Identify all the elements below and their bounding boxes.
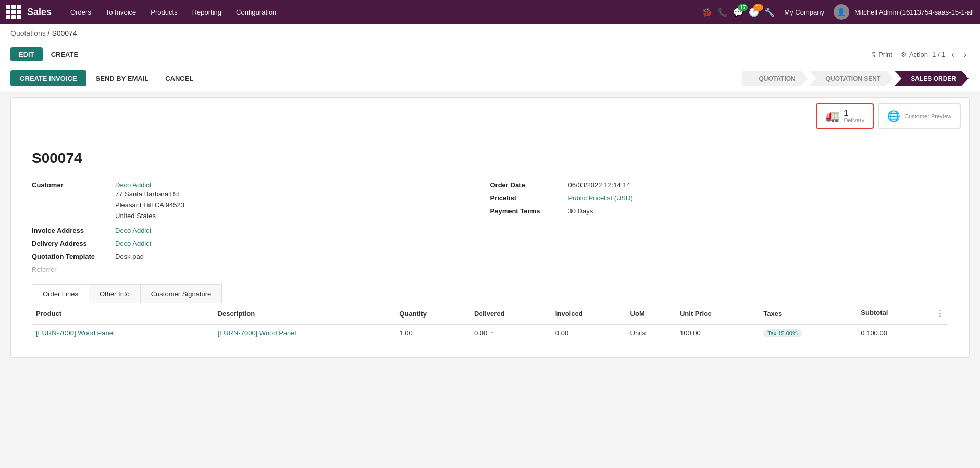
left-fields: Customer Deco Addict 77 Santa Barbara Rd…	[32, 181, 490, 273]
breadcrumb: Quotations / S00074	[0, 24, 980, 43]
col-unit-price: Unit Price	[676, 303, 759, 324]
customer-name[interactable]: Deco Addict	[115, 181, 151, 189]
customer-field-row: Customer Deco Addict 77 Santa Barbara Rd…	[32, 181, 490, 221]
row-delivered: 0.00 ↑	[470, 324, 551, 341]
payment-terms-value: 30 Days	[568, 207, 593, 215]
settings-icon[interactable]: 🔧	[764, 7, 775, 17]
table-menu-icon[interactable]: ⋮	[936, 309, 944, 319]
right-fields: Order Date 06/03/2022 12:14:14 Pricelist…	[490, 181, 949, 273]
status-quotation-sent[interactable]: QUOTATION SENT	[809, 71, 894, 86]
company-name[interactable]: My Company	[784, 8, 824, 16]
status-sales-order[interactable]: SALES ORDER	[894, 71, 969, 86]
menu-orders[interactable]: Orders	[64, 6, 97, 18]
menu-products[interactable]: Products	[144, 6, 183, 18]
pagination: 1 / 1 ‹ ›	[932, 49, 970, 60]
order-date-label: Order Date	[490, 181, 568, 189]
delivery-button[interactable]: 🚛 1 Delivery	[816, 103, 874, 129]
order-date-field-row: Order Date 06/03/2022 12:14:14	[490, 181, 949, 189]
document-card: 🚛 1 Delivery 🌐 Customer Preview S00074	[10, 97, 970, 358]
quotation-template-label: Quotation Template	[32, 252, 115, 260]
order-date-value: 06/03/2022 12:14:14	[568, 181, 630, 189]
document-body: S00074 Customer Deco Addict 77 Santa Bar…	[11, 134, 969, 357]
pagination-text: 1 / 1	[932, 50, 945, 58]
print-button[interactable]: 🖨 Print	[870, 50, 892, 58]
table-row: [FURN-7000] Wood Panel [FURN-7000] Wood …	[32, 324, 948, 341]
chat-icon[interactable]: 💬 17	[733, 7, 743, 17]
smart-buttons-row: 🚛 1 Delivery 🌐 Customer Preview	[11, 98, 969, 134]
prev-page-button[interactable]: ‹	[948, 49, 957, 60]
payment-terms-label: Payment Terms	[490, 207, 568, 215]
pricelist-value[interactable]: Public Pricelist (USD)	[568, 194, 633, 202]
menu-to-invoice[interactable]: To Invoice	[100, 6, 143, 18]
truck-icon: 🚛	[825, 109, 839, 123]
menu-configuration[interactable]: Configuration	[230, 6, 282, 18]
tab-order-lines[interactable]: Order Lines	[32, 284, 89, 303]
col-subtotal: Subtotal ⋮	[857, 303, 948, 324]
delivery-count: 1	[843, 108, 864, 117]
toolbar: EDIT CREATE 🖨 Print ⚙ Action 1 / 1 ‹ ›	[0, 43, 980, 66]
send-by-email-button[interactable]: SEND BY EMAIL	[89, 70, 156, 86]
status-quotation[interactable]: QUOTATION	[742, 71, 808, 86]
action-bar: CREATE INVOICE SEND BY EMAIL CANCEL QUOT…	[0, 66, 980, 91]
invoice-address-label: Invoice Address	[32, 226, 115, 234]
delivered-arrow-icon: ↑	[490, 329, 494, 337]
pricelist-label: Pricelist	[490, 194, 568, 202]
globe-icon: 🌐	[887, 110, 900, 122]
create-invoice-button[interactable]: CREATE INVOICE	[10, 70, 86, 86]
row-description: [FURN-7000] Wood Panel	[214, 324, 395, 341]
navbar: Sales Orders To Invoice Products Reporti…	[0, 0, 980, 24]
menu-reporting[interactable]: Reporting	[186, 6, 228, 18]
app-brand[interactable]: Sales	[27, 7, 52, 18]
delivery-address-value[interactable]: Deco Addict	[115, 239, 151, 247]
quotation-template-value: Desk pad	[115, 252, 144, 260]
row-uom: Units	[626, 324, 676, 341]
payment-terms-field-row: Payment Terms 30 Days	[490, 207, 949, 215]
row-quantity: 1.00	[395, 324, 470, 341]
action-button[interactable]: ⚙ Action	[901, 50, 928, 58]
quotation-template-field-row: Quotation Template Desk pad	[32, 252, 490, 260]
chat-badge: 17	[738, 4, 748, 11]
avatar[interactable]: 👤	[834, 4, 849, 20]
invoice-address-value[interactable]: Deco Addict	[115, 226, 151, 234]
row-product[interactable]: [FURN-7000] Wood Panel	[32, 324, 214, 341]
clock-icon[interactable]: 🕐 31	[749, 7, 759, 17]
document-fields: Customer Deco Addict 77 Santa Barbara Rd…	[32, 181, 948, 273]
delivery-address-field-row: Delivery Address Deco Addict	[32, 239, 490, 247]
bug-icon[interactable]: 🐞	[702, 7, 712, 17]
tab-other-info[interactable]: Other Info	[89, 284, 141, 303]
col-product: Product	[32, 303, 214, 324]
grid-menu-icon[interactable]	[6, 5, 21, 19]
row-subtotal: 0 100.00	[857, 324, 948, 341]
row-taxes: Tax 15.00%	[759, 324, 857, 341]
customer-address: 77 Santa Barbara RdPleasant Hill CA 9452…	[115, 189, 184, 221]
user-name[interactable]: Mitchell Admin (16113754-saas-15-1-all	[854, 8, 974, 16]
row-invoiced: 0.00	[551, 324, 626, 341]
col-delivered: Delivered	[470, 303, 551, 324]
tabs-bar: Order Lines Other Info Customer Signatur…	[32, 284, 948, 303]
referrer-placeholder[interactable]: Referrer	[32, 265, 490, 273]
table-header-row: Product Description Quantity Delivered I…	[32, 303, 948, 324]
customer-preview-button[interactable]: 🌐 Customer Preview	[878, 103, 961, 129]
navbar-icons: 🐞 📞 💬 17 🕐 31 🔧 My Company 👤 Mitchell Ad…	[702, 4, 974, 20]
clock-badge: 31	[753, 4, 763, 11]
print-icon: 🖨	[870, 50, 876, 58]
toolbar-actions: 🖨 Print ⚙ Action	[870, 50, 928, 58]
cancel-button[interactable]: CANCEL	[158, 70, 201, 86]
row-unit-price: 100.00	[676, 324, 759, 341]
edit-button[interactable]: EDIT	[10, 47, 43, 61]
col-taxes: Taxes	[759, 303, 857, 324]
pricelist-field-row: Pricelist Public Pricelist (USD)	[490, 194, 949, 202]
customer-preview-label: Customer Preview	[904, 113, 951, 119]
content-area: 🚛 1 Delivery 🌐 Customer Preview S00074	[0, 97, 980, 368]
delivery-address-label: Delivery Address	[32, 239, 115, 247]
tab-customer-signature[interactable]: Customer Signature	[140, 284, 222, 303]
create-button[interactable]: CREATE	[47, 47, 82, 61]
document-number: S00074	[32, 150, 948, 167]
col-description: Description	[214, 303, 395, 324]
status-bar: QUOTATION QUOTATION SENT SALES ORDER	[742, 71, 970, 86]
breadcrumb-parent[interactable]: Quotations	[10, 29, 46, 37]
delivery-label: Delivery	[843, 117, 864, 123]
phone-icon[interactable]: 📞	[717, 7, 728, 17]
col-invoiced: Invoiced	[551, 303, 626, 324]
next-page-button[interactable]: ›	[961, 49, 970, 60]
